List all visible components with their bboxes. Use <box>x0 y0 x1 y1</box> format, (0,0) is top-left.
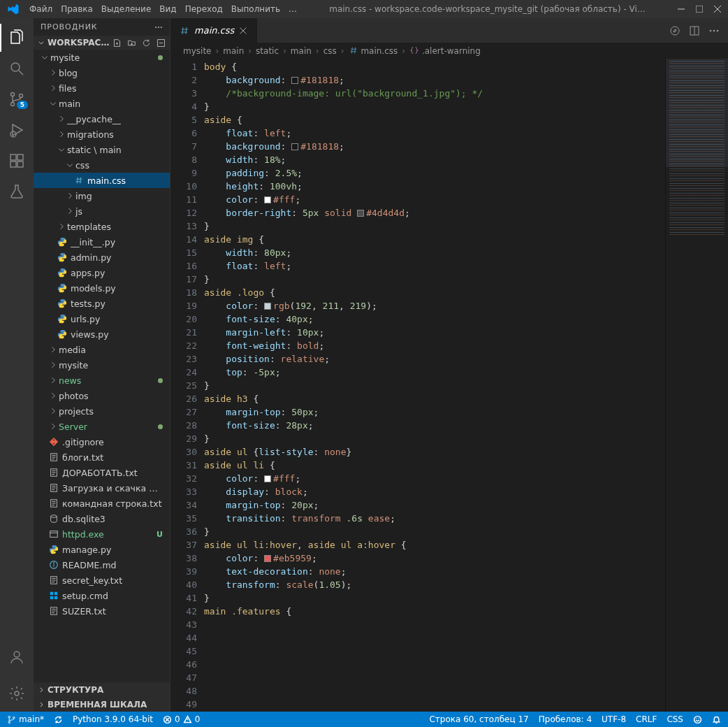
minimize-icon[interactable] <box>678 6 685 13</box>
timeline-label: ВРЕМЕННАЯ ШКАЛА <box>48 700 147 710</box>
activity-account[interactable] <box>0 643 34 671</box>
menu-item[interactable]: Правка <box>61 4 93 14</box>
new-folder-icon[interactable] <box>127 38 136 48</box>
activity-extensions[interactable] <box>0 147 34 175</box>
color-swatch-icon <box>264 303 271 310</box>
status-branch[interactable]: main* <box>7 714 44 724</box>
status-feedback[interactable] <box>693 714 702 724</box>
file-item[interactable]: командная строка.txt <box>34 496 170 511</box>
file-item[interactable]: main.css <box>34 173 170 188</box>
breadcrumb-item[interactable]: mysite <box>183 46 211 56</box>
minimap[interactable] <box>665 59 728 712</box>
file-item[interactable]: .gitignore <box>34 434 170 449</box>
activity-debug[interactable] <box>0 116 34 144</box>
file-item[interactable]: urls.py <box>34 311 170 326</box>
status-eol[interactable]: CRLF <box>636 714 657 724</box>
folder-item[interactable]: files <box>34 80 170 96</box>
activity-explorer[interactable] <box>0 24 34 52</box>
status-bell[interactable] <box>712 714 721 724</box>
close-tab-icon[interactable] <box>238 26 248 36</box>
breadcrumb-item[interactable]: static <box>256 46 279 56</box>
breadcrumb-item[interactable]: main.css <box>349 45 398 56</box>
activity-testing[interactable] <box>0 178 34 206</box>
folder-item[interactable]: photos <box>34 388 170 403</box>
breadcrumb-item[interactable]: main <box>223 46 244 56</box>
folder-item[interactable]: Server <box>34 419 170 434</box>
folder-item[interactable]: mysite <box>34 50 170 65</box>
file-item[interactable]: views.py <box>34 326 170 342</box>
activity-settings[interactable] <box>0 679 34 707</box>
file-item[interactable]: SUZER.txt <box>34 603 170 619</box>
file-item[interactable]: manage.py <box>34 542 170 557</box>
file-item[interactable]: models.py <box>34 280 170 296</box>
status-python[interactable]: Python 3.9.0 64-bit <box>73 714 153 724</box>
folder-item[interactable]: migrations <box>34 127 170 142</box>
folder-item[interactable]: templates <box>34 219 170 234</box>
tree-label: setup.cmd <box>62 591 108 601</box>
compass-icon[interactable] <box>669 25 680 36</box>
file-item[interactable]: setup.cmd <box>34 588 170 603</box>
tree-label: secret_key.txt <box>62 575 122 586</box>
status-spaces[interactable]: Пробелов: 4 <box>539 714 592 724</box>
file-item[interactable]: admin.py <box>34 250 170 265</box>
activity-scm[interactable]: 5 <box>0 85 34 113</box>
folder-item[interactable]: blog <box>34 65 170 80</box>
folder-item[interactable]: img <box>34 188 170 203</box>
tree-label: Server <box>59 422 87 432</box>
menu-overflow[interactable]: … <box>289 4 297 14</box>
status-encoding[interactable]: UTF-8 <box>602 714 626 724</box>
file-item[interactable]: __init__.py <box>34 234 170 250</box>
menu-item[interactable]: Вид <box>159 4 176 14</box>
activity-search[interactable] <box>0 55 34 82</box>
svg-rect-71 <box>50 596 53 599</box>
color-swatch-icon <box>264 475 271 482</box>
tab-main-css[interactable]: main.css <box>170 18 257 43</box>
file-item[interactable]: Загрузка и скачка карт… <box>34 480 170 496</box>
status-problems[interactable]: 0 0 <box>163 714 200 724</box>
tree-label: admin.py <box>71 252 111 263</box>
workspace-section[interactable]: WORKSPAC… <box>34 36 170 50</box>
file-item[interactable]: tests.py <box>34 296 170 311</box>
more-icon[interactable] <box>708 25 720 36</box>
outline-section[interactable]: СТРУКТУРА <box>34 682 170 697</box>
folder-item[interactable]: news <box>34 373 170 388</box>
folder-item[interactable]: js <box>34 203 170 219</box>
file-item[interactable]: ДОРАБОТАТЬ.txt <box>34 465 170 480</box>
status-language[interactable]: CSS <box>667 714 683 724</box>
breadcrumb-item[interactable]: main <box>291 46 312 56</box>
timeline-section[interactable]: ВРЕМЕННАЯ ШКАЛА <box>34 697 170 712</box>
folder-item[interactable]: css <box>34 157 170 173</box>
status-cursor[interactable]: Строка 60, столбец 17 <box>429 714 528 724</box>
folder-item[interactable]: projects <box>34 403 170 419</box>
code-editor[interactable]: body { background: #181818; /*background… <box>204 59 665 712</box>
folder-item[interactable]: __pycache__ <box>34 111 170 127</box>
breadcrumbs[interactable]: mysite›main›static›main›css› main.css› .… <box>170 43 728 59</box>
maximize-icon[interactable] <box>696 6 703 13</box>
file-item[interactable]: README.md <box>34 557 170 573</box>
menu-item[interactable]: Переход <box>185 4 223 14</box>
status-sync[interactable] <box>54 715 63 724</box>
menu-item[interactable]: Выделение <box>101 4 151 14</box>
refresh-icon[interactable] <box>142 38 151 48</box>
close-icon[interactable] <box>714 6 721 13</box>
breadcrumb-item[interactable]: .alert-warning <box>409 45 481 56</box>
folder-item[interactable]: mysite <box>34 357 170 373</box>
split-editor-icon[interactable] <box>689 25 700 36</box>
folder-item[interactable]: media <box>34 342 170 357</box>
breadcrumb-item[interactable]: css <box>323 46 337 56</box>
more-icon[interactable] <box>154 23 163 31</box>
file-item[interactable]: httpd.exeU <box>34 526 170 542</box>
svg-rect-60 <box>50 531 58 538</box>
tree-label: static \ main <box>67 145 122 155</box>
file-item[interactable]: apps.py <box>34 265 170 280</box>
menu-item[interactable]: Выполнить <box>231 4 280 14</box>
file-item[interactable]: блоги.txt <box>34 449 170 465</box>
tree-label: Загрузка и скачка карт… <box>62 483 163 494</box>
file-item[interactable]: secret_key.txt <box>34 573 170 588</box>
file-item[interactable]: db.sqlite3 <box>34 511 170 526</box>
collapse-icon[interactable] <box>156 38 166 48</box>
new-file-icon[interactable] <box>112 38 122 48</box>
folder-item[interactable]: static \ main <box>34 142 170 157</box>
folder-item[interactable]: main <box>34 96 170 111</box>
menu-item[interactable]: Файл <box>29 4 52 14</box>
